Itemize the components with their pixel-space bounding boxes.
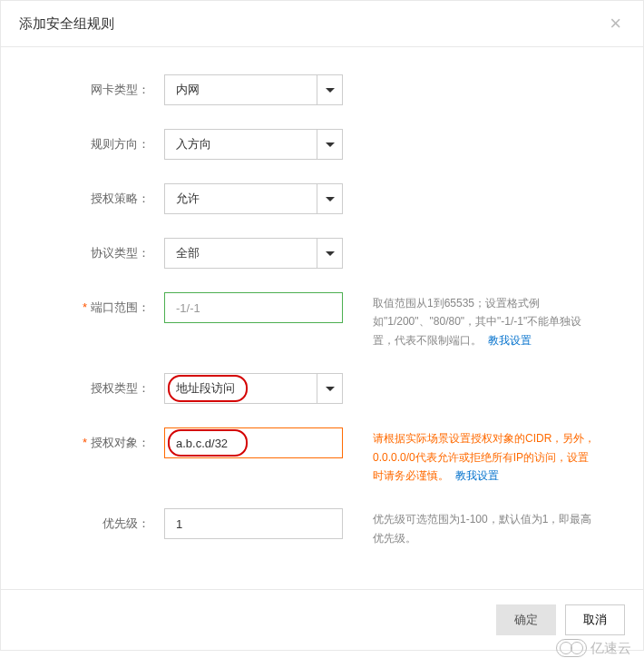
row-nic-type: 网卡类型： 内网: [1, 74, 643, 105]
ok-button[interactable]: 确定: [496, 604, 556, 635]
auth-type-value: 地址段访问: [176, 380, 235, 397]
label-port: *端口范围：: [19, 292, 164, 316]
close-button[interactable]: ×: [606, 14, 625, 34]
label-auth-object: *授权对象：: [19, 427, 164, 451]
priority-input[interactable]: [164, 508, 343, 539]
chevron-down-icon: [317, 75, 342, 104]
priority-help: 优先级可选范围为1-100，默认值为1，即最高优先级。: [346, 508, 600, 547]
chevron-down-icon: [317, 184, 342, 213]
row-direction: 规则方向： 入方向: [1, 129, 643, 160]
port-help: 取值范围从1到65535；设置格式例如"1/200"、"80/80"，其中"-1…: [346, 292, 600, 349]
label-nic-type: 网卡类型：: [19, 74, 164, 98]
label-priority: 优先级：: [19, 508, 164, 532]
required-marker: *: [83, 436, 87, 449]
row-policy: 授权策略： 允许: [1, 183, 643, 214]
label-protocol: 协议类型：: [19, 238, 164, 261]
close-icon: ×: [610, 12, 621, 34]
protocol-value: 全部: [176, 245, 200, 261]
modal-header: 添加安全组规则 ×: [1, 1, 643, 47]
label-auth-type: 授权类型：: [19, 373, 164, 397]
watermark-text: 亿速云: [590, 640, 631, 657]
modal-body: 网卡类型： 内网 规则方向： 入方向 授权策略： 允许: [1, 47, 643, 589]
select-auth-type[interactable]: 地址段访问: [164, 373, 343, 404]
modal-footer: 确定 取消: [1, 589, 643, 650]
auth-object-help-link[interactable]: 教我设置: [455, 469, 499, 482]
cancel-button[interactable]: 取消: [565, 604, 625, 635]
auth-object-help: 请根据实际场景设置授权对象的CIDR，另外，0.0.0.0/0代表允许或拒绝所有…: [346, 427, 600, 485]
security-rule-modal: 添加安全组规则 × 网卡类型： 内网 规则方向： 入方向: [0, 0, 644, 651]
select-direction[interactable]: 入方向: [164, 129, 343, 160]
auth-object-input[interactable]: [164, 427, 343, 458]
select-protocol[interactable]: 全部: [164, 238, 343, 269]
modal-title: 添加安全组规则: [19, 15, 114, 33]
watermark: 亿速云: [556, 639, 631, 657]
label-policy: 授权策略：: [19, 183, 164, 207]
cloud-icon: [556, 639, 587, 657]
chevron-down-icon: [317, 239, 342, 268]
select-policy[interactable]: 允许: [164, 183, 343, 214]
row-auth-type: 授权类型： 地址段访问: [1, 373, 643, 404]
row-port: *端口范围： 取值范围从1到65535；设置格式例如"1/200"、"80/80…: [1, 292, 643, 349]
row-priority: 优先级： 优先级可选范围为1-100，默认值为1，即最高优先级。: [1, 508, 643, 547]
port-input[interactable]: [164, 292, 343, 323]
nic-type-value: 内网: [176, 82, 200, 98]
label-direction: 规则方向：: [19, 129, 164, 152]
select-nic-type[interactable]: 内网: [164, 74, 343, 105]
policy-value: 允许: [176, 191, 200, 207]
required-marker: *: [83, 300, 87, 314]
chevron-down-icon: [317, 130, 342, 159]
row-auth-object: *授权对象： 请根据实际场景设置授权对象的CIDR，另外，0.0.0.0/0代表…: [1, 427, 643, 485]
chevron-down-icon: [317, 374, 342, 403]
row-protocol: 协议类型： 全部: [1, 238, 643, 269]
direction-value: 入方向: [176, 136, 211, 152]
port-help-link[interactable]: 教我设置: [488, 334, 532, 347]
